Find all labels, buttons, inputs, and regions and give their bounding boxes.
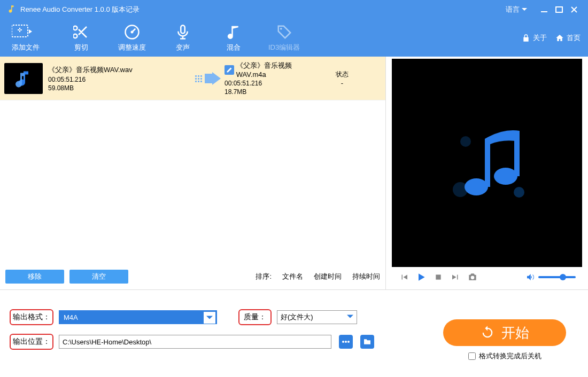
preview-display bbox=[392, 59, 582, 267]
next-button[interactable] bbox=[450, 271, 461, 283]
output-path-label: 输出位置： bbox=[10, 334, 53, 350]
path-more-button[interactable] bbox=[339, 335, 353, 349]
svg-rect-14 bbox=[200, 78, 202, 80]
player-controls bbox=[392, 267, 582, 287]
app-logo-icon bbox=[6, 4, 16, 15]
play-button[interactable] bbox=[415, 271, 427, 283]
svg-rect-13 bbox=[200, 75, 202, 77]
home-label: 首页 bbox=[567, 33, 581, 43]
source-file-size: 59.08MB bbox=[48, 84, 192, 92]
speed-button[interactable]: 调整速度 bbox=[106, 23, 157, 52]
snapshot-button[interactable] bbox=[467, 271, 478, 283]
output-path-input[interactable]: C:\Users\HE-Home\Desktop\ bbox=[59, 335, 331, 349]
add-file-label: 添加文件 bbox=[12, 43, 40, 52]
quality-label: 质量： bbox=[238, 309, 272, 325]
window-title: Renee Audio Converter 1.0.0 版本记录 bbox=[20, 5, 506, 14]
arrow-icon bbox=[192, 72, 225, 85]
open-folder-button[interactable] bbox=[360, 335, 374, 349]
svg-point-19 bbox=[514, 187, 524, 198]
svg-point-16 bbox=[460, 136, 471, 147]
shutdown-checkbox-input[interactable] bbox=[468, 352, 476, 360]
home-icon bbox=[555, 34, 564, 42]
close-button[interactable] bbox=[567, 2, 582, 17]
output-format-select[interactable]: M4A bbox=[59, 310, 217, 324]
quality-select[interactable]: 好(文件大) bbox=[277, 310, 357, 324]
speed-label: 调整速度 bbox=[118, 43, 146, 52]
remove-button[interactable]: 移除 bbox=[5, 270, 64, 284]
home-link[interactable]: 首页 bbox=[555, 33, 581, 43]
sort-by-name[interactable]: 文件名 bbox=[282, 272, 303, 281]
start-button[interactable]: 开始 bbox=[443, 319, 566, 346]
id3-editor-button[interactable]: ID3编辑器 bbox=[259, 23, 310, 52]
chevron-down-icon bbox=[204, 312, 215, 324]
volume-icon bbox=[525, 272, 535, 282]
id3-label: ID3编辑器 bbox=[268, 43, 300, 52]
quality-value: 好(文件大) bbox=[281, 312, 313, 322]
clear-button[interactable]: 清空 bbox=[69, 270, 128, 284]
shutdown-label: 格式转换完成后关机 bbox=[479, 351, 541, 361]
volume-slider[interactable] bbox=[538, 276, 576, 278]
titlebar: Renee Audio Converter 1.0.0 版本记录 语言 bbox=[0, 0, 588, 19]
add-file-button[interactable]: 添加文件 bbox=[7, 23, 56, 52]
gauge-icon bbox=[124, 23, 140, 41]
list-controls: 移除 清空 排序: 文件名 创建时间 持续时间 bbox=[0, 264, 385, 289]
voice-change-button[interactable]: 变声 bbox=[157, 23, 208, 52]
state-value: - bbox=[321, 79, 363, 87]
work-area: 《父亲》音乐视频WAV.wav 00:05:51.216 59.08MB 《父亲… bbox=[0, 57, 588, 289]
minimize-button[interactable] bbox=[537, 2, 552, 17]
voice-label: 变声 bbox=[176, 43, 190, 52]
file-list: 《父亲》音乐视频WAV.wav 00:05:51.216 59.08MB 《父亲… bbox=[0, 57, 385, 264]
sort-label: 排序: bbox=[256, 272, 272, 281]
target-file-name: 《父亲》音乐视频WAV.m4a bbox=[236, 61, 321, 78]
microphone-icon bbox=[175, 23, 191, 41]
svg-rect-10 bbox=[198, 78, 199, 80]
start-label: 开始 bbox=[501, 324, 529, 342]
language-dropdown[interactable]: 语言 bbox=[506, 5, 527, 14]
svg-point-4 bbox=[130, 31, 133, 34]
output-format-label: 输出格式： bbox=[10, 309, 53, 325]
about-link[interactable]: 关于 bbox=[522, 33, 547, 43]
edit-icon[interactable] bbox=[225, 65, 234, 75]
svg-point-20 bbox=[465, 178, 488, 195]
svg-rect-9 bbox=[195, 78, 197, 80]
sort-by-created[interactable]: 创建时间 bbox=[314, 272, 342, 281]
chevron-down-icon bbox=[522, 7, 527, 12]
cut-label: 剪切 bbox=[74, 43, 88, 52]
stop-button[interactable] bbox=[432, 271, 444, 283]
mix-button[interactable]: 混合 bbox=[208, 23, 259, 52]
output-path-value: C:\Users\HE-Home\Desktop\ bbox=[63, 338, 151, 346]
output-panel: 输出格式： M4A 质量： 好(文件大) 输出位置： C:\Users\HE-H… bbox=[0, 289, 588, 377]
mix-icon bbox=[226, 23, 242, 41]
prev-button[interactable] bbox=[398, 271, 410, 283]
svg-point-6 bbox=[280, 28, 282, 30]
svg-rect-22 bbox=[485, 139, 490, 187]
svg-rect-5 bbox=[181, 26, 185, 34]
source-file-info: 《父亲》音乐视频WAV.wav 00:05:51.216 59.08MB bbox=[48, 65, 192, 92]
target-file-duration: 00:05:51.216 bbox=[225, 80, 321, 87]
source-file-name: 《父亲》音乐视频WAV.wav bbox=[48, 65, 192, 75]
file-thumbnail bbox=[4, 63, 43, 94]
svg-rect-15 bbox=[200, 81, 202, 82]
target-file-size: 18.7MB bbox=[225, 88, 321, 96]
output-format-value: M4A bbox=[64, 313, 78, 321]
state-column: 状态 - bbox=[321, 70, 363, 87]
svg-rect-24 bbox=[436, 274, 440, 279]
svg-rect-12 bbox=[198, 81, 199, 82]
svg-rect-1 bbox=[556, 7, 562, 12]
state-header: 状态 bbox=[321, 70, 363, 79]
language-label: 语言 bbox=[506, 5, 520, 14]
file-row[interactable]: 《父亲》音乐视频WAV.wav 00:05:51.216 59.08MB 《父亲… bbox=[0, 57, 385, 100]
cut-button[interactable]: 剪切 bbox=[56, 23, 106, 52]
svg-point-21 bbox=[494, 168, 517, 185]
maximize-button[interactable] bbox=[552, 2, 567, 17]
svg-point-25 bbox=[342, 341, 344, 343]
shutdown-checkbox[interactable]: 格式转换完成后关机 bbox=[468, 351, 541, 361]
target-file-info: 《父亲》音乐视频WAV.m4a 00:05:51.216 18.7MB bbox=[225, 61, 321, 96]
refresh-icon bbox=[480, 325, 495, 340]
source-file-duration: 00:05:51.216 bbox=[48, 76, 192, 83]
sort-by-duration[interactable]: 持续时间 bbox=[352, 272, 380, 281]
volume-control[interactable] bbox=[525, 272, 576, 282]
about-label: 关于 bbox=[533, 33, 547, 43]
svg-point-27 bbox=[347, 341, 350, 343]
svg-rect-8 bbox=[198, 75, 199, 77]
